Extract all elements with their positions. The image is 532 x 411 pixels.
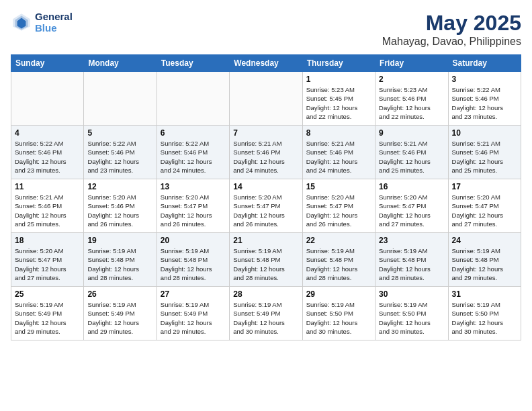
calendar-cell: 13Sunrise: 5:20 AM Sunset: 5:47 PM Dayli…	[157, 179, 229, 233]
day-number: 13	[161, 182, 226, 191]
day-info: Sunrise: 5:21 AM Sunset: 5:46 PM Dayligh…	[15, 193, 80, 228]
day-number: 9	[379, 128, 444, 138]
day-number: 20	[161, 236, 226, 245]
calendar-cell	[11, 72, 84, 126]
calendar-cell: 25Sunrise: 5:19 AM Sunset: 5:49 PM Dayli…	[11, 287, 84, 340]
header-monday: Monday	[84, 55, 157, 72]
title-area: May 2025 Mahayag, Davao, Philippines	[382, 11, 521, 48]
day-number: 29	[306, 289, 371, 299]
logo-text: General Blue	[35, 11, 73, 34]
calendar-cell: 12Sunrise: 5:20 AM Sunset: 5:46 PM Dayli…	[84, 179, 157, 233]
calendar-cell: 1Sunrise: 5:23 AM Sunset: 5:45 PM Daylig…	[302, 72, 375, 126]
day-number: 24	[452, 236, 517, 245]
day-number: 21	[233, 236, 298, 245]
calendar-cell: 23Sunrise: 5:19 AM Sunset: 5:48 PM Dayli…	[375, 233, 448, 287]
day-info: Sunrise: 5:22 AM Sunset: 5:46 PM Dayligh…	[161, 139, 226, 175]
header-friday: Friday	[375, 55, 448, 72]
calendar-cell: 9Sunrise: 5:21 AM Sunset: 5:46 PM Daylig…	[375, 126, 448, 179]
day-number: 10	[452, 128, 517, 138]
page-header: General Blue May 2025 Mahayag, Davao, Ph…	[11, 11, 521, 48]
calendar-cell: 26Sunrise: 5:19 AM Sunset: 5:49 PM Dayli…	[84, 287, 157, 340]
calendar-cell: 10Sunrise: 5:21 AM Sunset: 5:46 PM Dayli…	[448, 126, 521, 179]
calendar-week-row: 4Sunrise: 5:22 AM Sunset: 5:46 PM Daylig…	[11, 126, 521, 179]
day-info: Sunrise: 5:22 AM Sunset: 5:46 PM Dayligh…	[15, 139, 80, 175]
calendar-cell: 19Sunrise: 5:19 AM Sunset: 5:48 PM Dayli…	[84, 233, 157, 287]
day-number: 30	[379, 289, 444, 299]
day-info: Sunrise: 5:20 AM Sunset: 5:46 PM Dayligh…	[87, 193, 152, 228]
day-info: Sunrise: 5:19 AM Sunset: 5:48 PM Dayligh…	[233, 246, 298, 282]
day-number: 4	[15, 128, 80, 138]
calendar-cell: 21Sunrise: 5:19 AM Sunset: 5:48 PM Dayli…	[230, 233, 302, 287]
day-info: Sunrise: 5:19 AM Sunset: 5:50 PM Dayligh…	[306, 300, 371, 336]
calendar-cell: 4Sunrise: 5:22 AM Sunset: 5:46 PM Daylig…	[11, 126, 84, 179]
day-number: 28	[233, 289, 298, 299]
day-number: 23	[379, 236, 444, 245]
header-sunday: Sunday	[11, 55, 84, 72]
day-info: Sunrise: 5:19 AM Sunset: 5:49 PM Dayligh…	[233, 300, 298, 336]
day-info: Sunrise: 5:19 AM Sunset: 5:48 PM Dayligh…	[452, 246, 517, 282]
header-saturday: Saturday	[448, 55, 521, 72]
calendar-week-row: 18Sunrise: 5:20 AM Sunset: 5:47 PM Dayli…	[11, 233, 521, 287]
calendar-cell: 16Sunrise: 5:20 AM Sunset: 5:47 PM Dayli…	[375, 179, 448, 233]
day-number: 18	[15, 236, 80, 245]
day-number: 8	[306, 128, 371, 138]
day-number: 2	[379, 75, 444, 84]
calendar-cell	[84, 72, 157, 126]
calendar-cell: 11Sunrise: 5:21 AM Sunset: 5:46 PM Dayli…	[11, 179, 84, 233]
day-info: Sunrise: 5:19 AM Sunset: 5:48 PM Dayligh…	[306, 246, 371, 282]
header-tuesday: Tuesday	[157, 55, 229, 72]
calendar-cell: 6Sunrise: 5:22 AM Sunset: 5:46 PM Daylig…	[157, 126, 229, 179]
month-title: May 2025	[382, 11, 521, 36]
day-number: 15	[306, 182, 371, 191]
day-number: 1	[306, 75, 371, 84]
day-info: Sunrise: 5:19 AM Sunset: 5:50 PM Dayligh…	[452, 300, 517, 336]
calendar-cell: 29Sunrise: 5:19 AM Sunset: 5:50 PM Dayli…	[302, 287, 375, 340]
calendar-cell: 30Sunrise: 5:19 AM Sunset: 5:50 PM Dayli…	[375, 287, 448, 340]
day-number: 17	[452, 182, 517, 191]
day-info: Sunrise: 5:21 AM Sunset: 5:46 PM Dayligh…	[452, 139, 517, 175]
day-number: 31	[452, 289, 517, 299]
calendar-cell	[230, 72, 302, 126]
calendar-header-row: SundayMondayTuesdayWednesdayThursdayFrid…	[11, 55, 521, 72]
day-number: 26	[87, 289, 152, 299]
day-info: Sunrise: 5:19 AM Sunset: 5:49 PM Dayligh…	[161, 300, 226, 336]
calendar-cell: 31Sunrise: 5:19 AM Sunset: 5:50 PM Dayli…	[448, 287, 521, 340]
day-info: Sunrise: 5:20 AM Sunset: 5:47 PM Dayligh…	[452, 193, 517, 228]
calendar-cell: 27Sunrise: 5:19 AM Sunset: 5:49 PM Dayli…	[157, 287, 229, 340]
day-number: 25	[15, 289, 80, 299]
calendar-table: SundayMondayTuesdayWednesdayThursdayFrid…	[11, 54, 521, 340]
day-info: Sunrise: 5:20 AM Sunset: 5:47 PM Dayligh…	[161, 193, 226, 228]
day-info: Sunrise: 5:19 AM Sunset: 5:48 PM Dayligh…	[87, 246, 152, 282]
calendar-cell: 28Sunrise: 5:19 AM Sunset: 5:49 PM Dayli…	[230, 287, 302, 340]
day-info: Sunrise: 5:22 AM Sunset: 5:46 PM Dayligh…	[452, 85, 517, 121]
calendar-cell: 22Sunrise: 5:19 AM Sunset: 5:48 PM Dayli…	[302, 233, 375, 287]
calendar-cell: 2Sunrise: 5:23 AM Sunset: 5:46 PM Daylig…	[375, 72, 448, 126]
day-info: Sunrise: 5:20 AM Sunset: 5:47 PM Dayligh…	[233, 193, 298, 228]
day-number: 14	[233, 182, 298, 191]
day-number: 22	[306, 236, 371, 245]
logo: General Blue	[11, 11, 73, 34]
header-wednesday: Wednesday	[230, 55, 302, 72]
logo-icon	[11, 11, 32, 33]
calendar-cell: 20Sunrise: 5:19 AM Sunset: 5:48 PM Dayli…	[157, 233, 229, 287]
calendar-cell: 24Sunrise: 5:19 AM Sunset: 5:48 PM Dayli…	[448, 233, 521, 287]
day-info: Sunrise: 5:19 AM Sunset: 5:48 PM Dayligh…	[161, 246, 226, 282]
day-number: 27	[161, 289, 226, 299]
day-number: 12	[87, 182, 152, 191]
day-info: Sunrise: 5:20 AM Sunset: 5:47 PM Dayligh…	[15, 246, 80, 282]
day-info: Sunrise: 5:21 AM Sunset: 5:46 PM Dayligh…	[379, 139, 444, 175]
calendar-week-row: 25Sunrise: 5:19 AM Sunset: 5:49 PM Dayli…	[11, 287, 521, 340]
calendar-cell: 15Sunrise: 5:20 AM Sunset: 5:47 PM Dayli…	[302, 179, 375, 233]
day-info: Sunrise: 5:19 AM Sunset: 5:50 PM Dayligh…	[379, 300, 444, 336]
day-info: Sunrise: 5:23 AM Sunset: 5:45 PM Dayligh…	[306, 85, 371, 121]
location-title: Mahayag, Davao, Philippines	[382, 36, 521, 48]
day-info: Sunrise: 5:19 AM Sunset: 5:49 PM Dayligh…	[15, 300, 80, 336]
day-info: Sunrise: 5:19 AM Sunset: 5:48 PM Dayligh…	[379, 246, 444, 282]
calendar-cell: 3Sunrise: 5:22 AM Sunset: 5:46 PM Daylig…	[448, 72, 521, 126]
calendar-cell: 5Sunrise: 5:22 AM Sunset: 5:46 PM Daylig…	[84, 126, 157, 179]
day-info: Sunrise: 5:20 AM Sunset: 5:47 PM Dayligh…	[306, 193, 371, 228]
day-info: Sunrise: 5:20 AM Sunset: 5:47 PM Dayligh…	[379, 193, 444, 228]
calendar-cell: 18Sunrise: 5:20 AM Sunset: 5:47 PM Dayli…	[11, 233, 84, 287]
day-number: 7	[233, 128, 298, 138]
day-number: 19	[87, 236, 152, 245]
